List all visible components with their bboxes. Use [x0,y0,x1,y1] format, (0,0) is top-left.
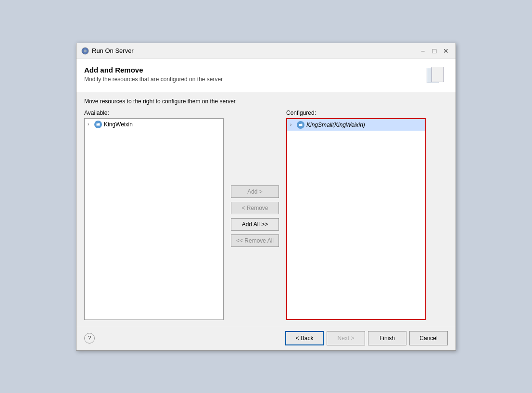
svg-rect-3 [96,123,98,123]
server-documents-icon [427,67,446,84]
header-text: Add and Remove Modify the resources that… [84,66,425,83]
close-button[interactable]: ✕ [441,46,451,56]
svg-point-1 [84,49,87,52]
configured-list[interactable]: › KingSmall(KingWeixin) [286,118,426,320]
configured-item-text: KingSmall(KingWeixin) [306,122,365,128]
dialog-window: Run On Server − □ ✕ Add and Remove Modif… [76,43,456,351]
add-button[interactable]: Add > [231,185,279,198]
title-bar-controls: − □ ✕ [418,46,451,56]
instruction-text: Move resources to the right to configure… [84,98,448,105]
middle-buttons: Add > < Remove Add All >> << Remove All [224,110,286,311]
available-item-text: KingWeixin [104,121,133,128]
header-section: Add and Remove Modify the resources that… [76,59,456,92]
main-content: Move resources to the right to configure… [76,92,456,326]
project-icon [94,121,102,128]
remove-all-button[interactable]: << Remove All [231,234,279,247]
project-icon-svg [96,122,101,127]
add-all-button[interactable]: Add All >> [231,218,279,231]
finish-button[interactable]: Finish [368,331,406,345]
app-icon [81,47,89,55]
header-title: Add and Remove [84,66,425,74]
available-label: Available: [84,110,224,116]
configured-item-kingsmall[interactable]: › KingSmall(KingWeixin) [287,119,425,131]
header-subtitle: Modify the resources that are configured… [84,76,425,83]
footer-section: ? < Back Next > Finish Cancel [76,326,456,350]
available-panel: Available: › KingWeixin [84,110,224,320]
footer-right: < Back Next > Finish Cancel [285,331,448,345]
expand-arrow-icon: › [88,122,92,127]
available-list[interactable]: › KingWeixin [84,118,224,320]
svg-rect-5 [299,123,301,124]
configured-panel: Configured: › KingSmall(KingWeixin) [286,110,426,320]
panels-row: Available: › KingWeixin [84,110,448,320]
remove-button[interactable]: < Remove [231,202,279,214]
title-bar: Run On Server − □ ✕ [76,43,456,59]
expand-arrow-icon: › [290,122,295,127]
available-item-kingweixin[interactable]: › KingWeixin [85,119,223,130]
minimize-button[interactable]: − [418,46,428,56]
project-icon-svg [298,123,303,127]
header-icon [425,66,448,85]
back-button[interactable]: < Back [285,331,324,345]
help-button[interactable]: ? [84,333,95,344]
project-icon [297,121,304,129]
footer-left: ? [84,333,95,344]
next-button[interactable]: Next > [327,331,365,345]
window-title: Run On Server [92,47,134,54]
restore-button[interactable]: □ [430,46,439,56]
configured-label: Configured: [286,110,426,116]
title-bar-left: Run On Server [81,47,134,55]
cancel-button[interactable]: Cancel [409,331,448,345]
